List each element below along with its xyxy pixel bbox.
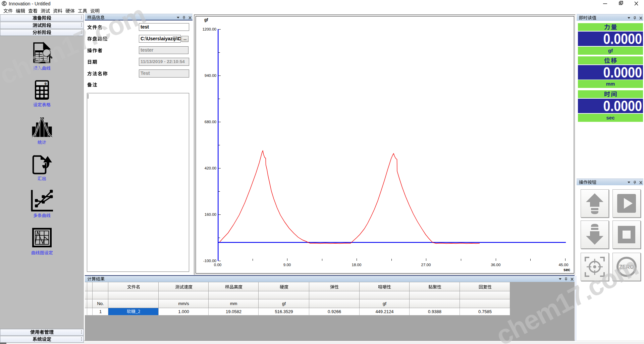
svg-text:gf: gf	[204, 17, 208, 22]
svg-text:9.00: 9.00	[283, 263, 291, 267]
svg-text:0: 0	[44, 82, 47, 86]
svg-text:1200.00: 1200.00	[202, 27, 216, 31]
svg-text:36.00: 36.00	[491, 263, 501, 267]
svg-text:680.00: 680.00	[205, 120, 216, 124]
svg-text:0.00: 0.00	[214, 263, 221, 267]
svg-text:27.00: 27.00	[421, 263, 431, 267]
svg-text:18.00: 18.00	[352, 263, 362, 267]
svg-text:160.00: 160.00	[205, 212, 216, 216]
svg-text:420.00: 420.00	[205, 166, 216, 170]
svg-text:-100.00: -100.00	[203, 259, 216, 263]
svg-text:940.00: 940.00	[205, 73, 216, 78]
svg-text:sec: sec	[564, 267, 570, 272]
svg-text:45.00: 45.00	[559, 263, 569, 267]
